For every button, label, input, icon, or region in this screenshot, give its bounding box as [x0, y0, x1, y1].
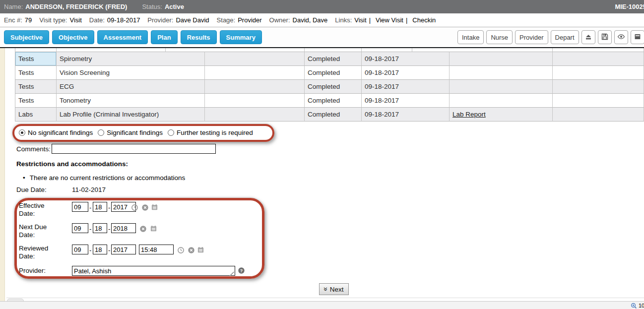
table-cell-name: Spirometry [57, 52, 205, 66]
provider-input[interactable] [72, 266, 235, 276]
archive-button[interactable] [631, 30, 644, 44]
effective-calendar-icon[interactable] [151, 203, 158, 211]
archive-icon [634, 33, 642, 42]
depart-button[interactable]: Depart [551, 30, 579, 44]
next-button[interactable]: » Next [319, 283, 349, 295]
radio-no-significant-findings[interactable] [19, 129, 25, 136]
due-date-value: 11-02-2017 [72, 186, 106, 193]
provider-field-label: Provider: [19, 267, 59, 275]
reviewed-clear-icon[interactable] [188, 247, 195, 254]
patient-header-bar: Name: ANDERSON, FREDERICK (FRED) Status:… [0, 0, 644, 13]
table-cell-category: Labs [15, 108, 57, 122]
visit-date: Date: 09-18-2017 [89, 16, 140, 24]
tab-results[interactable]: Results [181, 30, 217, 44]
link-checkin[interactable]: Checkin [412, 16, 436, 24]
enc-number: Enc #: 79 [4, 16, 32, 24]
effective-clear-icon[interactable] [141, 204, 149, 211]
restrictions-heading: Restrictions and accommodations: [16, 160, 128, 168]
toolbar: Subjective Objective Assessment Plan Res… [0, 27, 644, 47]
ehr-encounter-screen: Name: ANDERSON, FREDERICK (FRED) Status:… [0, 0, 644, 309]
view-button[interactable] [614, 30, 628, 44]
eject-icon [584, 33, 592, 42]
table-cell-name: Lab Profile (Criminal Investigator) [57, 108, 205, 122]
table-row-tonometry[interactable]: Tests Tonometry Completed 09-18-2017 [15, 94, 644, 108]
tab-plan[interactable]: Plan [151, 30, 177, 44]
effective-day-input[interactable] [93, 202, 107, 212]
reviewed-month-input[interactable] [72, 245, 88, 254]
table-row-ecg[interactable]: Tests ECG Completed 09-18-2017 [15, 80, 644, 94]
link-view-visit[interactable]: View Visit [376, 16, 403, 24]
next-due-year-input[interactable] [111, 223, 136, 233]
effective-clock-icon[interactable] [131, 204, 138, 211]
table-cell-date: 09-18-2017 [362, 80, 450, 94]
chevron-double-down-icon: » [323, 287, 328, 291]
tab-summary[interactable]: Summary [220, 30, 262, 44]
table-cell-category: Tests [15, 94, 57, 108]
stage-buttons: Intake Nurse Provider Depart [457, 30, 644, 44]
visit-links: Links: Visit | View Visit | Checkin [335, 16, 436, 24]
table-cell-status: Completed [305, 80, 362, 94]
reviewed-date-label: Reviewed Date: [19, 245, 59, 260]
bullet-icon: • [23, 174, 25, 182]
patient-status-label: Status: [142, 3, 162, 10]
tab-assessment[interactable]: Assessment [97, 30, 148, 44]
svg-text:?: ? [240, 268, 243, 273]
table-row-vision-screening[interactable]: Tests Vision Screening Completed 09-18-2… [15, 66, 644, 80]
encounter-info-bar: Enc #: 79 Visit type: Visit Date: 09-18-… [0, 13, 644, 27]
next-due-month-input[interactable] [72, 223, 88, 233]
radio-significant-findings[interactable] [98, 129, 104, 136]
nurse-button[interactable]: Nurse [486, 30, 513, 44]
eye-icon [617, 33, 625, 42]
reviewed-time-input[interactable] [139, 245, 174, 254]
orders-results-table: Tests Spirometry Completed 09-18-2017 Te… [15, 48, 644, 122]
effective-month-input[interactable] [72, 202, 88, 212]
save-button[interactable] [598, 30, 612, 44]
reviewed-clock-icon[interactable] [177, 247, 185, 254]
next-due-calendar-icon[interactable] [150, 225, 157, 232]
table-cell-category: Tests [15, 66, 57, 80]
comments-label: Comments: [16, 145, 51, 153]
table-cell-status: Completed [305, 108, 362, 122]
table-cell-category[interactable]: Tests [15, 52, 57, 66]
table-cell-category: Tests [15, 80, 57, 94]
reviewed-year-input[interactable] [111, 245, 136, 254]
table-cell-status: Completed [305, 94, 362, 108]
lab-report-link[interactable]: Lab Report [452, 111, 486, 118]
comments-input[interactable] [52, 144, 216, 154]
table-row-spirometry[interactable]: Tests Spirometry Completed 09-18-2017 [15, 52, 644, 66]
next-due-day-input[interactable] [93, 223, 107, 233]
eject-button[interactable] [581, 30, 595, 44]
table-row-partial [15, 48, 644, 52]
status-bar: 100% [0, 301, 644, 309]
zoom-level-value: 100% [639, 303, 644, 309]
reviewed-day-input[interactable] [93, 245, 107, 254]
visit-owner: Owner: David, Dave [269, 16, 328, 24]
reviewed-calendar-icon[interactable] [197, 246, 204, 253]
provider-input-resize-grip[interactable] [230, 272, 234, 276]
table-cell-date: 09-18-2017 [362, 108, 450, 122]
table-cell-date: 09-18-2017 [362, 52, 450, 66]
table-cell-name: Tonometry [57, 94, 205, 108]
table-row-lab-profile[interactable]: Labs Lab Profile (Criminal Investigator)… [15, 108, 644, 122]
visit-provider: Provider: Dave David [147, 16, 209, 24]
radio-further-testing[interactable] [168, 129, 174, 136]
provider-help-icon[interactable]: ? [238, 267, 245, 274]
next-due-clear-icon[interactable] [139, 225, 147, 233]
next-due-date-label: Next Due Date: [19, 223, 59, 239]
tab-objective[interactable]: Objective [52, 30, 94, 44]
link-visit[interactable]: Visit [354, 16, 366, 24]
table-cell-status: Completed [305, 52, 362, 66]
table-cell-status: Completed [305, 66, 362, 80]
visit-stage: Stage: Provider [217, 16, 262, 24]
provider-button[interactable]: Provider [515, 30, 548, 44]
left-margin-strip [0, 48, 5, 301]
table-cell-name: Vision Screening [57, 66, 205, 80]
table-cell-name: ECG [57, 80, 205, 94]
table-cell-date: 09-18-2017 [362, 94, 450, 108]
patient-status-value: Active [165, 3, 184, 10]
zoom-icon[interactable] [631, 303, 637, 309]
tab-subjective[interactable]: Subjective [4, 30, 49, 44]
org-id: MIE-10025 [615, 3, 644, 10]
intake-button[interactable]: Intake [457, 30, 484, 44]
table-cell-date: 09-18-2017 [362, 66, 450, 80]
